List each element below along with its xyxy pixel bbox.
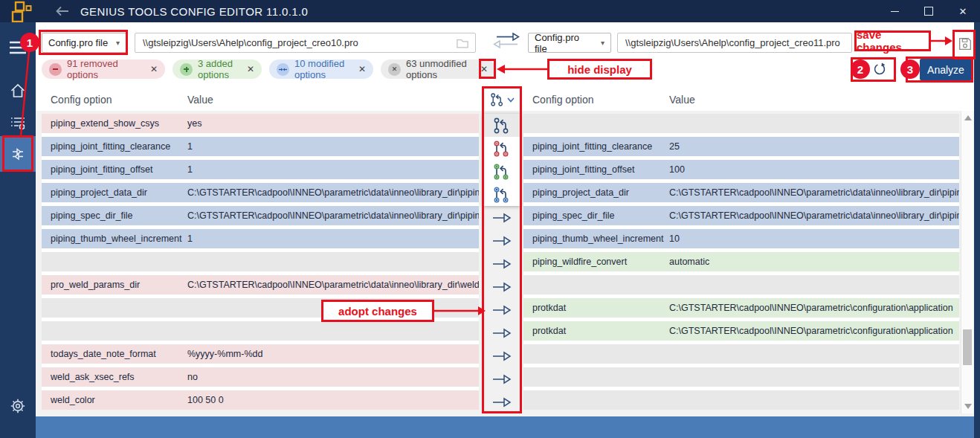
remove-filter-removed-icon[interactable]: ✕ xyxy=(150,64,158,74)
target-path-input[interactable] xyxy=(617,33,852,53)
merge-modified-option[interactable] xyxy=(483,183,520,206)
analyze-button[interactable]: Analyze xyxy=(920,59,972,80)
column-header-option[interactable]: Config option xyxy=(523,94,660,106)
table-row[interactable]: piping_spec_dir_fileC:\GTSTARTER\cadpool… xyxy=(523,206,959,225)
bulk-adopt-dropdown[interactable] xyxy=(482,88,522,111)
target-file-type-value: Config.pro file xyxy=(535,32,593,54)
table-row[interactable] xyxy=(523,275,959,294)
table-row[interactable]: piping_joint_fitting_clearance25 xyxy=(523,137,959,156)
x-circle-icon: ✕ xyxy=(388,63,401,76)
adopt-row-button[interactable] xyxy=(482,367,522,390)
sidebar-item-options-list[interactable] xyxy=(0,107,36,140)
target-file-type-dropdown[interactable]: Config.pro file ▾ xyxy=(528,33,611,53)
table-row[interactable] xyxy=(523,367,959,387)
adopt-row-button[interactable] xyxy=(482,390,522,413)
minus-circle-icon xyxy=(49,63,62,76)
adopt-row-button[interactable] xyxy=(482,321,522,344)
table-row[interactable]: piping_thumb_wheel_increment10 xyxy=(523,229,959,248)
minimize-icon xyxy=(891,11,899,12)
table-row[interactable]: piping_project_data_dirC:\GTSTARTER\cadp… xyxy=(523,183,959,202)
table-row[interactable]: protkdatC:\GTSTARTER\cadpool\INNEO\param… xyxy=(523,298,959,318)
table-row[interactable] xyxy=(523,390,959,410)
adopt-row-button[interactable] xyxy=(482,275,522,298)
close-button[interactable]: ✕ xyxy=(946,0,980,22)
scroll-down-icon[interactable] xyxy=(964,404,972,409)
column-header-option[interactable]: Config option xyxy=(42,94,178,106)
merge-added-option[interactable] xyxy=(483,160,520,183)
table-row[interactable]: piping_extend_show_csysyes xyxy=(42,114,479,133)
merge-modified-icon xyxy=(493,186,511,204)
table-row[interactable] xyxy=(42,298,479,318)
table-row[interactable] xyxy=(523,344,959,364)
filter-chip-unmodified[interactable]: ✕ 63 unmodified options ✕ xyxy=(381,59,495,79)
filter-chip-removed[interactable]: 91 removed options ✕ xyxy=(42,59,165,79)
menu-button[interactable] xyxy=(0,31,36,64)
source-browse-button[interactable] xyxy=(455,36,470,51)
sidebar-item-compare[interactable] xyxy=(0,136,36,172)
source-table-header: Config option Value xyxy=(42,88,479,111)
minimize-button[interactable] xyxy=(877,0,912,22)
app-logo-icon xyxy=(6,0,34,22)
merge-all-icon xyxy=(493,117,511,135)
sidebar-item-home[interactable] xyxy=(0,74,36,107)
arrow-right-icon xyxy=(492,213,512,223)
table-row[interactable]: piping_joint_fitting_offset1 xyxy=(42,160,479,179)
titlebar: GENIUS TOOLS CONFIG EDITOR 11.0.1.0 ✕ xyxy=(0,0,980,22)
table-row[interactable] xyxy=(523,114,959,133)
table-row[interactable]: piping_thumb_wheel_increment1 xyxy=(42,229,479,248)
adopt-row-button[interactable] xyxy=(482,229,522,252)
table-row[interactable] xyxy=(42,321,479,341)
filter-chip-added[interactable]: 3 added options ✕ xyxy=(173,59,262,79)
save-icon xyxy=(957,36,973,52)
table-row[interactable]: protkdatC:\GTSTARTER\cadpool\INNEO\param… xyxy=(523,321,959,341)
table-row[interactable]: pro_weld_params_dirC:\GTSTARTER\cadpool\… xyxy=(42,275,479,294)
app-window: GENIUS TOOLS CONFIG EDITOR 11.0.1.0 ✕ xyxy=(0,0,980,438)
adopt-row-button[interactable] xyxy=(482,298,522,321)
refresh-button[interactable] xyxy=(868,59,891,80)
source-path-input[interactable] xyxy=(135,33,476,53)
table-row[interactable] xyxy=(42,252,479,271)
merge-icon xyxy=(490,92,505,107)
remove-filter-added-icon[interactable]: ✕ xyxy=(247,64,254,74)
merge-all-option[interactable] xyxy=(483,114,520,137)
source-table: piping_extend_show_csysyes piping_joint_… xyxy=(42,114,479,410)
vertical-scrollbar[interactable] xyxy=(961,111,973,413)
filter-chip-modified[interactable]: 10 modified options ✕ xyxy=(269,59,373,79)
table-row[interactable]: todays_date_note_format%yyyy-%mm-%dd xyxy=(42,344,479,364)
close-icon: ✕ xyxy=(959,6,967,17)
table-row[interactable]: piping_project_data_dirC:\GTSTARTER\cadp… xyxy=(42,183,479,202)
analyze-label: Analyze xyxy=(927,64,964,76)
swap-panels-button[interactable] xyxy=(491,31,522,54)
chevron-down-icon: ▾ xyxy=(116,39,120,47)
column-header-value[interactable]: Value xyxy=(660,94,695,106)
bulk-adopt-menu xyxy=(483,114,520,206)
arrow-right-icon xyxy=(492,374,512,384)
save-changes-button[interactable] xyxy=(956,34,974,54)
maximize-button[interactable] xyxy=(912,0,946,22)
table-row[interactable]: piping_spec_dir_fileC:\GTSTARTER\cadpool… xyxy=(42,206,479,225)
merge-removed-icon xyxy=(493,140,511,158)
table-row[interactable]: piping_wildfire_convertautomatic xyxy=(523,252,959,271)
remove-filter-modified-icon[interactable]: ✕ xyxy=(358,64,366,74)
hamburger-icon xyxy=(9,41,27,54)
adopt-row-button[interactable] xyxy=(482,252,522,275)
back-arrow-icon[interactable] xyxy=(55,6,70,16)
column-header-value[interactable]: Value xyxy=(178,94,213,106)
table-row[interactable]: piping_joint_fitting_offset100 xyxy=(523,160,959,179)
table-row[interactable]: weld_color100 50 0 xyxy=(42,390,479,410)
arrow-right-icon xyxy=(492,397,512,408)
adopt-arrows xyxy=(482,206,522,413)
sidebar-item-settings[interactable] xyxy=(0,390,36,422)
remove-filter-unmodified-icon[interactable]: ✕ xyxy=(480,64,488,74)
table-row[interactable]: piping_joint_fitting_clearance1 xyxy=(42,137,479,156)
adopt-row-button[interactable] xyxy=(482,344,522,367)
scrollbar-thumb[interactable] xyxy=(963,329,972,365)
scroll-up-icon[interactable] xyxy=(964,115,972,120)
table-row[interactable]: weld_ask_xsec_refsno xyxy=(42,367,479,387)
chevron-down-icon: ▾ xyxy=(601,39,605,47)
adopt-column xyxy=(482,111,522,413)
adopt-row-button[interactable] xyxy=(482,206,522,229)
merge-added-icon xyxy=(493,163,511,181)
source-file-type-dropdown[interactable]: Config.pro file ▾ xyxy=(42,33,126,53)
merge-removed-option[interactable] xyxy=(483,137,520,160)
